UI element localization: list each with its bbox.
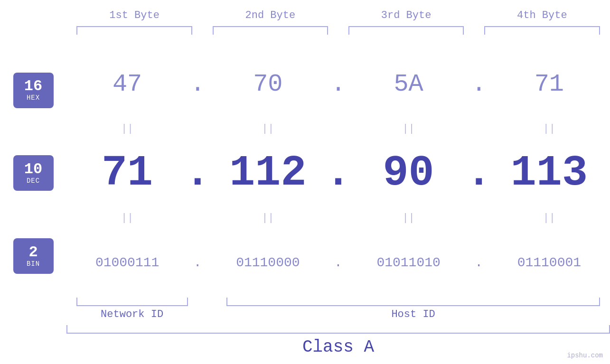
bottom-brackets-row (66, 298, 610, 306)
eq-2: || (207, 123, 328, 135)
hex-dot-2: . (329, 70, 348, 98)
bracket-top-1 (76, 26, 192, 35)
bin-number: 2 (28, 245, 38, 260)
bin-label: BIN (27, 260, 40, 268)
hex-val-4: 71 (488, 70, 610, 98)
dec-val-3: 90 (348, 149, 469, 197)
byte-header-4: 4th Byte (474, 9, 610, 21)
bracket-cell-3 (338, 26, 474, 35)
hex-dot-3: . (469, 70, 488, 98)
class-label: Class A (302, 337, 374, 357)
bracket-cell-4 (474, 26, 610, 35)
dec-row: 71 . 112 . 90 . 113 (66, 138, 610, 208)
eq-3: || (348, 123, 469, 135)
byte-header-2: 2nd Byte (202, 9, 338, 21)
bracket-cell-2 (202, 26, 338, 35)
dec-val-4: 113 (488, 149, 610, 197)
dec-dot-1: . (188, 149, 207, 197)
hex-val-2: 70 (207, 70, 328, 98)
bin-dot-1: . (188, 255, 207, 270)
hex-val-1: 47 (66, 70, 188, 98)
hex-badge: 16 HEX (13, 73, 54, 108)
equals-row-2: || || || || (66, 208, 610, 227)
eq-4: || (488, 123, 610, 135)
bracket-top-4 (484, 26, 600, 35)
label-dot-spacer (197, 308, 216, 320)
eq-1: || (66, 123, 188, 135)
bin-val-1: 01000111 (66, 255, 188, 270)
main-container: 1st Byte 2nd Byte 3rd Byte 4th Byte 16 H… (0, 0, 610, 364)
hex-row: 47 . 70 . 5A . 71 (66, 49, 610, 119)
bin-val-3: 01011010 (348, 255, 469, 270)
dec-dot-2: . (329, 149, 348, 197)
eq2-1: || (66, 212, 188, 224)
class-label-row: Class A (66, 337, 610, 357)
dec-label: DEC (27, 177, 40, 185)
hex-dot-1: . (188, 70, 207, 98)
top-brackets (66, 26, 610, 35)
byte-header-1: 1st Byte (66, 9, 202, 21)
rows-area: 16 HEX 10 DEC 2 BIN 47 . 70 (0, 49, 610, 298)
dec-badge: 10 DEC (13, 155, 54, 191)
bin-row: 01000111 . 01110000 . 01011010 . 0111000… (66, 227, 610, 298)
bottom-section: Network ID Host ID Class A (66, 298, 610, 359)
equals-row-1: || || || || (66, 119, 610, 138)
full-bottom-bracket (66, 325, 610, 334)
dec-number: 10 (24, 162, 42, 177)
network-id-label: Network ID (66, 308, 197, 320)
byte-header-3: 3rd Byte (338, 9, 474, 21)
hex-number: 16 (24, 79, 42, 94)
bin-dot-2: . (329, 255, 348, 270)
bracket-cell-1 (66, 26, 202, 35)
bin-dot-3: . (469, 255, 488, 270)
dec-val-2: 112 (207, 149, 328, 197)
host-bracket-cell (216, 298, 610, 306)
dec-dot-3: . (469, 149, 488, 197)
labels-column: 16 HEX 10 DEC 2 BIN (0, 49, 66, 298)
network-bracket-cell (66, 298, 197, 306)
host-bracket (226, 298, 600, 306)
network-host-labels: Network ID Host ID (66, 308, 610, 320)
eq2-3: || (348, 212, 469, 224)
eq2-2: || (207, 212, 328, 224)
bracket-top-2 (213, 26, 328, 35)
hex-label: HEX (27, 94, 40, 102)
eq2-4: || (488, 212, 610, 224)
bin-badge: 2 BIN (13, 238, 54, 274)
bracket-top-3 (348, 26, 464, 35)
bin-val-4: 01110001 (488, 255, 610, 270)
bin-val-2: 01110000 (207, 255, 328, 270)
watermark: ipshu.com (567, 352, 603, 359)
host-id-label: Host ID (216, 308, 610, 320)
hex-val-3: 5A (348, 70, 469, 98)
value-grid: 47 . 70 . 5A . 71 || || (66, 49, 610, 298)
byte-headers-row: 1st Byte 2nd Byte 3rd Byte 4th Byte (66, 9, 610, 21)
dec-val-1: 71 (66, 149, 188, 197)
network-bracket (76, 298, 188, 306)
